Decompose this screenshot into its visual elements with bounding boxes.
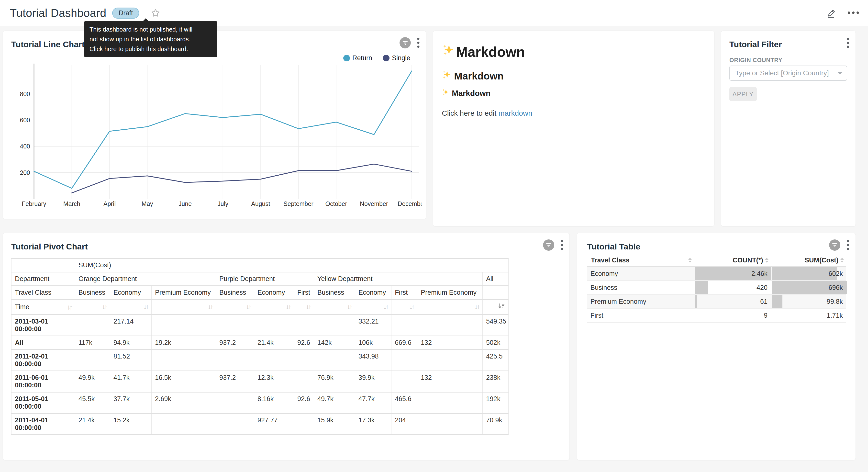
more-actions-icon[interactable]: [847, 11, 859, 15]
value-text: 602k: [828, 270, 846, 277]
sort-icon[interactable]: ↓↑: [67, 304, 71, 311]
favorite-star-icon[interactable]: [151, 8, 160, 18]
value-text: 9: [764, 312, 771, 319]
time-label: Time: [15, 303, 29, 311]
markdown-h1: Markdown: [456, 44, 525, 60]
pivot-cell: [417, 414, 483, 435]
table-row: Business420696k: [587, 281, 846, 295]
sort-icon[interactable]: ↓↑: [286, 303, 290, 311]
pivot-cell: 16.5k: [152, 371, 216, 392]
column-header-sum-cost-[interactable]: SUM(Cost): [771, 254, 846, 267]
pivot-class-col: Business: [216, 286, 254, 300]
pivot-sort-cell: ↓↑: [355, 300, 392, 315]
pivot-sort-cell: ↓↑: [110, 300, 152, 315]
sort-caret-icon[interactable]: [840, 258, 844, 263]
sort-icon[interactable]: ↓↑: [409, 303, 414, 311]
sort-icon[interactable]: ↓↑: [383, 303, 388, 311]
pivot-sort-cell: ↓↑: [152, 300, 216, 315]
sort-icon[interactable]: ↓↑: [144, 303, 148, 311]
pivot-class-col: [483, 286, 508, 300]
pivot-cell: 549.35: [483, 315, 508, 336]
pivot-cell: [417, 392, 483, 414]
filter-card-title: Tutorial Filter: [730, 40, 782, 49]
table-card: Tutorial Table Travel ClassCOUNT(*)SUM(C…: [577, 233, 856, 460]
pivot-cell: 70.9k: [483, 414, 508, 435]
filter-indicator-icon[interactable]: [543, 239, 554, 252]
pivot-cell: 669.6: [392, 336, 417, 350]
pivot-time-header: Time↓↑: [11, 300, 75, 315]
edit-markdown-link[interactable]: markdown: [499, 109, 532, 117]
pivot-cell: 47.7k: [355, 392, 392, 414]
pivot-row: 2011-06-01 00:00:0049.9k41.7k16.5k937.21…: [11, 371, 508, 392]
pivot-cell: 238k: [483, 371, 508, 392]
sort-icon[interactable]: ↓↑: [208, 303, 212, 311]
sort-caret-icon[interactable]: [765, 258, 769, 263]
pivot-cell: 19.2k: [152, 336, 216, 350]
x-axis-label: November: [360, 200, 388, 207]
markdown-h2: Markdown: [454, 70, 504, 82]
value-text: 1.71k: [827, 312, 846, 319]
pivot-cell: [392, 371, 417, 392]
pivot-cell: [294, 315, 314, 336]
pivot-class-col: Premium Economy: [417, 286, 483, 300]
y-axis-label: 400: [20, 143, 30, 150]
sort-icon[interactable]: ↓↑: [474, 303, 479, 311]
column-header-travel-class[interactable]: Travel Class: [587, 254, 694, 267]
origin-country-label: ORIGIN COUNTRY: [730, 57, 782, 64]
value-text: 61: [760, 298, 771, 305]
pivot-cell: 142k: [314, 336, 355, 350]
markdown-card: Markdown Markdown Markdown Click here to…: [433, 31, 714, 227]
filter-indicator-icon[interactable]: [400, 37, 411, 50]
pivot-cell: 37.7k: [110, 392, 152, 414]
pivot-sort-cell: ↓↑: [254, 300, 294, 315]
pivot-row-label: 2011-03-01 00:00:00: [11, 315, 75, 336]
draft-status-badge[interactable]: Draft: [112, 7, 140, 19]
publish-tooltip[interactable]: This dashboard is not published, it will…: [84, 21, 217, 57]
x-axis-label: September: [283, 200, 313, 207]
sort-icon[interactable]: ↓↑: [246, 303, 250, 311]
pivot-class-col: Business: [314, 286, 355, 300]
count-cell: 420: [694, 281, 771, 295]
filter-kebab-menu-icon[interactable]: [847, 37, 849, 50]
pivot-cell: 92.6: [294, 392, 314, 414]
travel-class-cell: Premium Economy: [587, 295, 694, 308]
pivot-cell: 21.4k: [75, 414, 110, 435]
markdown-paragraph: Click here to edit: [442, 109, 499, 117]
sort-descending-active-icon[interactable]: [498, 302, 505, 310]
pivot-dept-group: Purple Department: [216, 272, 314, 286]
data-table: Travel ClassCOUNT(*)SUM(Cost)Economy2.46…: [587, 254, 846, 323]
x-axis-label: December: [398, 200, 422, 207]
pivot-class-col: Premium Economy: [152, 286, 216, 300]
pivot-row-label: All: [11, 336, 75, 350]
column-header-count-[interactable]: COUNT(*): [694, 254, 771, 267]
sort-icon[interactable]: ↓↑: [306, 303, 310, 311]
pivot-row: All117k94.9k19.2k937.221.4k92.6142k106k6…: [11, 336, 508, 350]
pivot-cell: 92.6: [294, 336, 314, 350]
pivot-cell: 12.3k: [254, 371, 294, 392]
edit-dashboard-icon[interactable]: [826, 7, 837, 19]
pivot-cell: 132: [417, 336, 483, 350]
chart-kebab-menu-icon[interactable]: [417, 37, 420, 50]
value-text: 2.46k: [751, 270, 771, 277]
pivot-sort-cell: ↓↑: [314, 300, 355, 315]
pivot-cell: [254, 350, 294, 371]
chart-kebab-menu-icon[interactable]: [561, 239, 563, 252]
pivot-cell: [417, 315, 483, 336]
origin-country-select[interactable]: Type or Select [Origin Country]: [730, 65, 847, 81]
filter-indicator-icon[interactable]: [829, 239, 840, 252]
pivot-cell: [75, 315, 110, 336]
pivot-cell: 937.2: [216, 371, 254, 392]
sort-icon[interactable]: ↓↑: [102, 303, 106, 311]
pivot-row-label: 2011-02-01 00:00:00: [11, 350, 75, 371]
sum-cell: 696k: [771, 281, 846, 295]
filter-card: Tutorial Filter ORIGIN COUNTRY Type or S…: [721, 31, 856, 227]
pivot-class-col: Economy: [355, 286, 392, 300]
apply-button[interactable]: APPLY: [730, 87, 757, 101]
value-bar: [772, 295, 782, 308]
sparkles-icon: [442, 43, 455, 60]
pivot-cell: 21.4k: [254, 336, 294, 350]
value-bar: [772, 309, 772, 322]
sort-icon[interactable]: ↓↑: [347, 303, 351, 311]
sort-caret-icon[interactable]: [688, 258, 692, 263]
chart-kebab-menu-icon[interactable]: [847, 239, 849, 252]
